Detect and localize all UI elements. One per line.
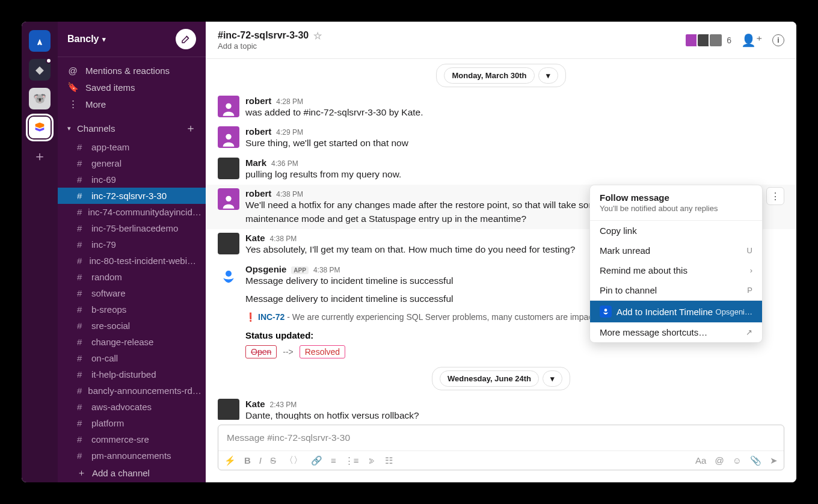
workspace-tile-atlassian[interactable] <box>29 30 51 52</box>
svg-point-3 <box>604 309 607 312</box>
avatar[interactable] <box>218 158 239 179</box>
message-more-button[interactable]: ⋮ <box>766 187 784 205</box>
star-icon[interactable]: ☆ <box>313 30 322 41</box>
add-workspace-button[interactable]: ＋ <box>29 146 51 167</box>
quote-icon[interactable]: ⪢ <box>367 455 377 466</box>
channel-item[interactable]: #app-team <box>58 139 206 155</box>
channel-item[interactable]: #b-sreops <box>58 301 206 318</box>
lightning-icon[interactable]: ⚡ <box>224 455 236 466</box>
incident-link[interactable]: INC-72 <box>258 312 284 322</box>
message: Mark4:36 PMpulling log results from my q… <box>206 154 796 185</box>
menu-mark-unread[interactable]: Mark unreadU <box>590 241 762 260</box>
message-composer: Message #inc-72-sqlsrvr-3-30 ⚡ B I S 〈〉 … <box>218 425 784 470</box>
avatar[interactable] <box>218 126 239 148</box>
ul-icon[interactable]: ⋮≡ <box>345 455 359 466</box>
avatar[interactable] <box>218 399 239 420</box>
add-channel-plus-icon[interactable]: ＋ <box>185 121 196 135</box>
menu-more-shortcuts[interactable]: More message shortcuts…↗ <box>590 322 762 342</box>
channel-item[interactable]: #aws-advocates <box>58 399 206 415</box>
channel-item[interactable]: #random <box>58 269 206 285</box>
channel-item[interactable]: #inc-74-communitydayincid… <box>58 204 206 220</box>
avatar[interactable] <box>218 233 239 254</box>
menu-follow[interactable]: Follow message You'll be notified about … <box>590 185 762 220</box>
avatar-opsgenie[interactable] <box>218 264 239 286</box>
app-badge: APP <box>291 266 309 274</box>
workspace-tile-4[interactable] <box>29 117 51 138</box>
message: robert4:28 PMwas added to #inc-72-sqlsrv… <box>206 92 796 123</box>
hash-icon: # <box>77 239 85 250</box>
main-pane: #inc-72-sqlsrvr-3-30 ☆ Add a topic 6 👤⁺ … <box>206 22 796 482</box>
channel-item[interactable]: #bancly-announcements-rd… <box>58 383 206 399</box>
menu-copy-link[interactable]: Copy link <box>590 221 762 241</box>
channel-item[interactable]: #software <box>58 285 206 301</box>
send-icon[interactable]: ➤ <box>770 455 778 466</box>
hash-icon: # <box>77 418 85 428</box>
workspace-tile-3[interactable]: 🐨 <box>29 88 51 109</box>
channel-name[interactable]: #inc-72-sqlsrvr-3-30 <box>218 30 309 41</box>
add-topic[interactable]: Add a topic <box>218 41 322 51</box>
member-avatars[interactable]: 6 <box>687 33 731 48</box>
chevron-down-icon: ▾ <box>543 370 562 387</box>
info-icon[interactable]: i <box>772 34 784 46</box>
menu-remind[interactable]: Remind me about this› <box>590 260 762 280</box>
menu-pin[interactable]: Pin to channelP <box>590 280 762 300</box>
channel-item[interactable]: #platform <box>58 415 206 431</box>
message-context-menu: Follow message You'll be notified about … <box>589 185 763 343</box>
channel-item[interactable]: #sre-social <box>58 318 206 334</box>
sidebar: Bancly ▾ @Mentions & reactions 🔖Saved it… <box>58 22 206 482</box>
add-channel-button[interactable]: ＋Add a channel <box>58 464 206 482</box>
code-icon[interactable]: 〈〉 <box>284 455 303 466</box>
channel-item[interactable]: #on-call <box>58 350 206 366</box>
emoji-icon[interactable]: ☺ <box>733 455 742 466</box>
menu-add-timeline[interactable]: Add to Incident Timeline Opsgeni… <box>590 301 762 322</box>
mention-icon[interactable]: @ <box>715 455 724 466</box>
channel-item[interactable]: #inc-69 <box>58 171 206 188</box>
hash-icon: # <box>77 386 82 396</box>
channel-item[interactable]: #inc-75-berlinacedemo <box>58 220 206 236</box>
status-open: Open <box>245 345 277 358</box>
chevron-right-icon: › <box>750 266 752 275</box>
add-people-icon[interactable]: 👤⁺ <box>741 33 763 48</box>
hash-icon: # <box>77 142 85 152</box>
message: robert4:29 PMSure thing, we'll get start… <box>206 123 796 153</box>
saved-items[interactable]: 🔖Saved items <box>58 79 206 96</box>
mentions-reactions[interactable]: @Mentions & reactions <box>58 62 206 79</box>
hash-icon: # <box>77 207 82 217</box>
svg-point-4 <box>226 271 232 277</box>
channel-item[interactable]: #inc-79 <box>58 236 206 253</box>
more-nav[interactable]: ⋮More <box>58 96 206 112</box>
channel-item[interactable]: #general <box>58 155 206 171</box>
codeblock-icon[interactable]: ☷ <box>385 455 393 466</box>
ol-icon[interactable]: ≡ <box>331 455 336 466</box>
workspace-switcher[interactable]: Bancly ▾ <box>67 34 106 45</box>
channel-item[interactable]: #change-release <box>58 334 206 350</box>
strike-icon[interactable]: S <box>270 455 276 466</box>
attach-icon[interactable]: 📎 <box>750 455 761 466</box>
hash-icon: # <box>77 223 85 233</box>
channel-item[interactable]: #pm-announcements <box>58 447 206 464</box>
channel-item[interactable]: #it-help-disturbed <box>58 366 206 383</box>
format-icon[interactable]: Aa <box>695 455 706 466</box>
message-input[interactable]: Message #inc-72-sqlsrvr-3-30 <box>218 425 784 450</box>
avatar[interactable] <box>218 188 239 210</box>
message-list[interactable]: Monday, March 30th ▾ robert4:28 PMwas ad… <box>206 59 796 420</box>
plus-icon: ＋ <box>77 467 86 479</box>
status-badges: Open --> Resolved <box>245 345 784 358</box>
avatar[interactable] <box>218 96 239 117</box>
channel-item[interactable]: #inc-80-test-incident-webi… <box>58 253 206 269</box>
hash-icon: # <box>77 337 85 347</box>
hash-icon: # <box>77 434 85 444</box>
alert-icon: ❗ <box>245 312 256 322</box>
svg-point-2 <box>226 196 231 201</box>
italic-icon[interactable]: I <box>259 455 262 466</box>
date-divider[interactable]: Monday, March 30th ▾ <box>206 64 796 87</box>
channels-header[interactable]: ▾Channels ＋ <box>58 117 206 139</box>
channel-item-active[interactable]: #inc-72-sqlsrvr-3-30 <box>58 188 206 204</box>
channel-header: #inc-72-sqlsrvr-3-30 ☆ Add a topic 6 👤⁺ … <box>206 22 796 59</box>
workspace-tile-2[interactable]: ◆ <box>29 59 51 81</box>
channel-item[interactable]: #commerce-sre <box>58 431 206 447</box>
date-divider[interactable]: Wednesday, June 24th ▾ <box>206 367 796 390</box>
compose-button[interactable] <box>176 29 196 49</box>
link-icon[interactable]: 🔗 <box>311 455 322 466</box>
bold-icon[interactable]: B <box>244 455 251 466</box>
